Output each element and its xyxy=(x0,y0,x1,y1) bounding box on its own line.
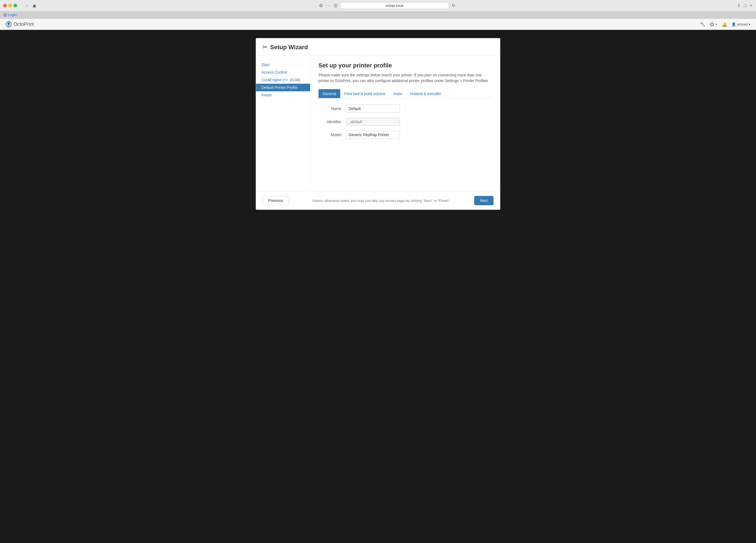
toolbar-right: ⇫ □ + xyxy=(736,2,753,9)
login-link[interactable]: ⏻ Login xyxy=(3,11,17,18)
wizard-footer: Previous Unless otherwise noted, you may… xyxy=(256,191,500,210)
input-name[interactable] xyxy=(346,105,400,113)
user-name: sirtoad xyxy=(737,22,748,26)
more-tools-button[interactable]: ⋯ xyxy=(326,2,331,9)
wizard-icon: ✂ xyxy=(263,44,267,51)
step-description: Please make sure the settings below matc… xyxy=(318,72,492,84)
wizard-body: Start Access Control CuraEngine (<= 15.0… xyxy=(256,55,500,191)
bookmarks-button[interactable]: ☰ xyxy=(333,2,338,9)
sidebar-item-access-control[interactable]: Access Control xyxy=(256,68,310,76)
label-identifier: Identifier xyxy=(318,120,346,124)
browser-chrome: ‹ › ▣ ⚙ ⋯ ☰ octopi.local ↻ ⇫ □ + ⏻ Login xyxy=(0,0,756,19)
form-group-name: Name xyxy=(318,105,492,113)
input-model[interactable] xyxy=(346,131,400,139)
reload-button[interactable]: ↻ xyxy=(451,2,456,9)
login-label: Login xyxy=(8,13,17,17)
input-identifier[interactable] xyxy=(346,118,400,126)
wizard-title: Setup Wizard xyxy=(270,44,308,51)
back-button[interactable]: ‹ xyxy=(20,3,24,9)
next-button[interactable]: Next xyxy=(474,196,493,205)
octoprint-logo-icon xyxy=(5,21,12,27)
sidebar-item-finish[interactable]: Finish xyxy=(256,91,310,99)
nav-buttons: ‹ › xyxy=(20,3,29,9)
power-icon: ⏻ xyxy=(3,13,7,17)
chevron-down-icon: ▾ xyxy=(749,22,751,26)
wizard-main-content: Set up your printer profile Please make … xyxy=(310,55,500,191)
app-logo: OctoPrint xyxy=(5,21,700,27)
form-group-identifier: Identifier xyxy=(318,118,492,126)
tab-hotend[interactable]: Hotend & extruder xyxy=(406,89,445,98)
wizard-container: ✂ Setup Wizard Start Access Control Cura… xyxy=(256,38,500,210)
app-header: OctoPrint 🔧 ⏻ ▾ 🔔 👤 sirtoad ▾ xyxy=(0,19,756,30)
browser-toolbar: ‹ › ▣ ⚙ ⋯ ☰ octopi.local ↻ ⇫ □ + xyxy=(0,0,756,11)
add-tab-button[interactable]: + xyxy=(749,3,753,9)
url-bar-area: ⚙ ⋯ ☰ octopi.local ↻ xyxy=(40,2,734,9)
notifications-button[interactable]: 🔔 xyxy=(722,22,727,27)
previous-button[interactable]: Previous xyxy=(263,196,289,205)
wizard-sidebar: Start Access Control CuraEngine (<= 15.0… xyxy=(256,55,310,191)
url-input[interactable]: octopi.local xyxy=(340,2,449,9)
settings-button[interactable]: 🔧 xyxy=(700,22,705,27)
power-button[interactable]: ⏻ ▾ xyxy=(710,22,717,27)
tab-bar: General Print bed & build volume Axes Ho… xyxy=(318,89,492,98)
label-model: Model xyxy=(318,133,346,137)
user-menu[interactable]: 👤 sirtoad ▾ xyxy=(732,22,751,26)
new-tab-button[interactable]: □ xyxy=(743,3,747,9)
header-actions: 🔧 ⏻ ▾ 🔔 👤 sirtoad ▾ xyxy=(700,22,751,27)
form-group-model: Model xyxy=(318,131,492,139)
minimize-window-button[interactable] xyxy=(8,4,12,7)
svg-point-1 xyxy=(7,22,10,25)
step-title: Set up your printer profile xyxy=(318,62,492,69)
reader-view-button[interactable]: ▣ xyxy=(31,3,38,8)
wizard-header: ✂ Setup Wizard xyxy=(256,38,500,55)
extensions-button[interactable]: ⚙ xyxy=(318,2,323,9)
tab-print-bed[interactable]: Print bed & build volume xyxy=(340,89,390,98)
user-icon: 👤 xyxy=(732,22,736,26)
share-button[interactable]: ⇫ xyxy=(736,2,741,9)
maximize-window-button[interactable] xyxy=(14,4,17,7)
tab-general[interactable]: General xyxy=(318,89,340,98)
main-content: ✂ Setup Wizard Start Access Control Cura… xyxy=(0,30,756,540)
close-window-button[interactable] xyxy=(3,4,7,7)
tab-axes[interactable]: Axes xyxy=(390,89,406,98)
traffic-lights xyxy=(3,4,17,7)
forward-button[interactable]: › xyxy=(25,3,29,9)
sidebar-item-default-printer-profile[interactable]: Default Printer Profile xyxy=(256,84,310,91)
browser-tab-bar: ⏻ Login xyxy=(0,11,756,18)
app-name: OctoPrint xyxy=(14,21,34,27)
sidebar-item-curaengine[interactable]: CuraEngine (<= 15.04) xyxy=(256,76,310,84)
sidebar-item-start[interactable]: Start xyxy=(256,61,310,68)
footer-note: Unless otherwise noted, you may just ski… xyxy=(289,199,474,203)
label-name: Name xyxy=(318,107,346,111)
